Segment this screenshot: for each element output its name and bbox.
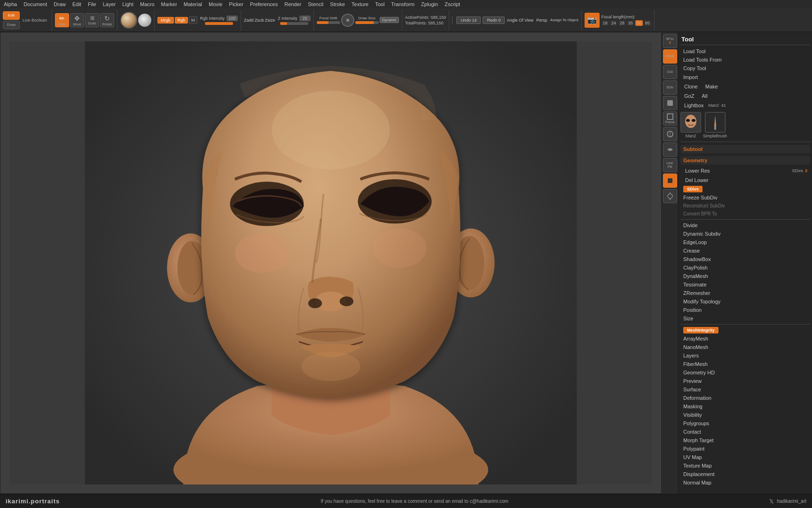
lower-res-button[interactable]: Lower Res (683, 167, 790, 175)
meshintegrity-active-button[interactable]: MeshIntegrity (683, 327, 718, 333)
move-tool-button[interactable]: Move (70, 13, 84, 27)
fibermesh-item[interactable]: FiberMesh (680, 360, 810, 368)
sidebar-sculpt2-button[interactable] (663, 127, 677, 141)
z-intensity-value[interactable]: 25 (299, 16, 311, 21)
fl-28[interactable]: 28 (618, 20, 626, 26)
geometry-hd-item[interactable]: Geometry HD (680, 368, 810, 377)
simplebrush-thumbnail[interactable] (705, 112, 726, 133)
sidebar-sp1s-button[interactable]: SP1s3 (663, 34, 677, 48)
material-sphere[interactable] (120, 12, 137, 29)
menu-file[interactable]: File (88, 1, 96, 7)
menu-picker[interactable]: Picker (229, 1, 243, 7)
contact-item[interactable]: Contact (680, 428, 810, 436)
geometry-header[interactable]: Geometry (680, 156, 810, 165)
morph-target-item[interactable]: Morph Target (680, 436, 810, 444)
arraymesh-item[interactable]: ArrayMesh (680, 334, 810, 343)
draw-button[interactable]: Draw (3, 21, 20, 29)
menu-marker[interactable]: Marker (161, 1, 177, 7)
menu-macro[interactable]: Macro (140, 1, 155, 7)
menu-tool[interactable]: Tool (375, 1, 384, 7)
polypaint-item[interactable]: Polypaint (680, 444, 810, 453)
menu-material[interactable]: Material (184, 1, 202, 7)
menu-document[interactable]: Document (23, 1, 47, 7)
fl-85[interactable]: 85 (644, 20, 651, 26)
menu-layer[interactable]: Layer (103, 1, 116, 7)
layers-item[interactable]: Layers (680, 351, 810, 360)
claypolish-item[interactable]: ClayPolish (680, 263, 810, 272)
edit-button[interactable]: Edit (3, 11, 20, 20)
clone-button[interactable]: Clone (681, 83, 701, 90)
menu-texture[interactable]: Texture (351, 1, 368, 7)
menu-zscript[interactable]: Zscript (445, 1, 460, 7)
menu-alpha[interactable]: Alpha (4, 1, 17, 7)
all-button[interactable]: All (699, 92, 710, 100)
rgb-intensity-value[interactable]: 100 (226, 16, 238, 21)
preview-item[interactable]: Preview (680, 377, 810, 385)
menu-preferences[interactable]: Preferences (250, 1, 278, 7)
load-tool-item[interactable]: Load Tool (680, 47, 810, 56)
fl-18[interactable]: 18 (601, 20, 609, 26)
fl-35[interactable]: 35 (627, 20, 634, 26)
model-thumbnail[interactable] (680, 112, 701, 133)
make-button[interactable]: Make (703, 83, 721, 90)
del-lower-button[interactable]: Del Lower (683, 176, 807, 184)
deformation-item[interactable]: Deformation (680, 394, 810, 402)
fl-24[interactable]: 24 (610, 20, 617, 26)
sidebar-tool1-button[interactable] (663, 96, 677, 110)
rotate-tool-button[interactable]: Rotate (100, 13, 114, 27)
viewport[interactable] (0, 32, 662, 494)
persp-label[interactable]: Persp (536, 18, 547, 23)
copy-tool-item[interactable]: Copy Tool (680, 64, 810, 72)
load-tools-from-item[interactable]: Load Tools From (680, 56, 810, 64)
convert-bpr-item[interactable]: Convert BPR To (680, 210, 810, 218)
reconstruct-subdiv-item[interactable]: Reconstruct SubDiv (680, 202, 810, 210)
nanomesh-item[interactable]: NanoMesh (680, 343, 810, 351)
import-button[interactable]: Import (680, 73, 701, 81)
surface-item[interactable]: Surface (680, 385, 810, 394)
masking-item[interactable]: Masking (680, 402, 810, 411)
dynamic-button[interactable]: Dynamic (380, 17, 399, 23)
modify-topology-item[interactable]: Modify Topology (680, 297, 810, 306)
menu-stencil[interactable]: Stencil (308, 1, 323, 7)
menu-transform[interactable]: Transform (391, 1, 414, 7)
size-item[interactable]: Size (680, 314, 810, 323)
menu-stroke[interactable]: Stroke (330, 1, 345, 7)
mrgb-button[interactable]: Mrgb (157, 17, 174, 24)
sidebar-frame-button[interactable]: Frame (663, 111, 677, 126)
sidebar-sculpt3-button[interactable] (663, 143, 677, 157)
uv-map-item[interactable]: UV Map (680, 453, 810, 461)
menu-zplugin[interactable]: Zplugin (421, 1, 438, 7)
sidebar-linepill-button[interactable]: LinePill (663, 158, 677, 172)
shadowbox-item[interactable]: ShadowBox (680, 255, 810, 263)
texture-map-item[interactable]: Texture Map (680, 461, 810, 470)
divide-item[interactable]: Divide (680, 221, 810, 230)
sidebar-tool2-button[interactable] (663, 174, 677, 188)
sidebar-transform-button[interactable] (663, 189, 677, 203)
displacement-item[interactable]: Displacement (680, 470, 810, 478)
face-canvas[interactable] (9, 41, 652, 484)
camera-icon[interactable]: 📷 (585, 13, 600, 28)
edgeloop-item[interactable]: EdgeLoop (680, 238, 810, 246)
menu-draw[interactable]: Draw (54, 1, 66, 7)
sdiv-active-button[interactable]: SDivs (683, 186, 703, 192)
undo-button[interactable]: Undo 14 (456, 16, 481, 24)
sidebar-rgb-button[interactable]: RGB (663, 49, 677, 64)
color-picker[interactable] (138, 14, 151, 27)
sidebar-sdiv-button[interactable]: SDiv (663, 80, 677, 95)
menu-light[interactable]: Light (122, 1, 133, 7)
freeze-subdiv-item[interactable]: Freeze SubDiv (680, 193, 810, 202)
draw-size-slider[interactable] (355, 21, 379, 24)
scale-tool-button[interactable]: Scale (85, 13, 99, 27)
sidebar-col-button[interactable]: Col (663, 65, 677, 79)
z-intensity-slider[interactable] (280, 22, 308, 25)
rgb-button[interactable]: Rgb (175, 17, 188, 24)
dynamesh-item[interactable]: DynaMesh (680, 272, 810, 280)
menu-movie[interactable]: Movie (209, 1, 222, 7)
fl-50[interactable]: 50 (635, 20, 643, 26)
dynamic-subdiv-item[interactable]: Dynamic Subdiv (680, 230, 810, 238)
lightbox-button[interactable]: Lightbox (681, 102, 707, 109)
m-button[interactable]: M (189, 16, 197, 24)
draw-tool-button[interactable]: Draw (55, 13, 69, 27)
normal-map-item[interactable]: Normal Map (680, 478, 810, 487)
visibility-item[interactable]: Visibility (680, 411, 810, 419)
